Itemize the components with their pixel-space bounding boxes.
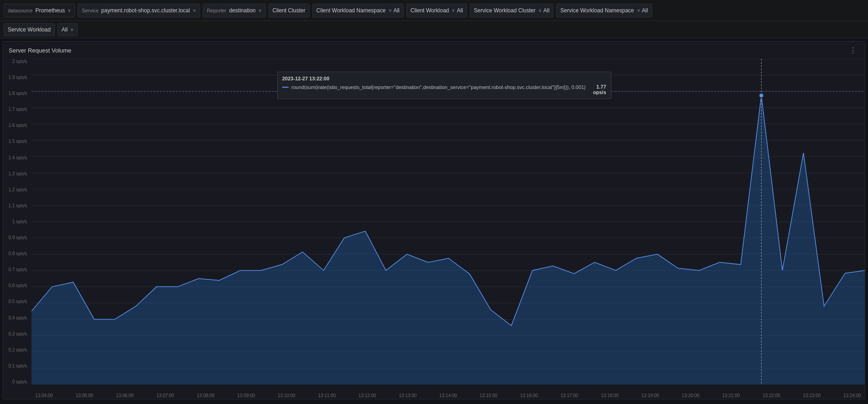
- cw-chevron: ∨: [452, 8, 455, 13]
- client-workload-label: Client Workload: [410, 7, 449, 14]
- y-axis-label: 0.9 ops/s: [5, 235, 30, 240]
- swns-value: All: [642, 7, 648, 14]
- x-axis-label: 13:16:00: [520, 393, 538, 398]
- y-axis-label: 1.6 ops/s: [5, 123, 30, 128]
- y-axis-label: 1 ops/s: [5, 219, 30, 224]
- x-axis-label: 13:06:00: [116, 393, 134, 398]
- chart-area: 2 ops/s1.9 ops/s1.8 ops/s1.7 ops/s1.6 op…: [3, 57, 865, 399]
- service-workload-ns-filter[interactable]: Service Workload Namespace ∨ All: [556, 4, 652, 17]
- x-axis-label: 13:07:00: [157, 393, 174, 398]
- client-workload-filter[interactable]: Client Workload ∨ All: [406, 4, 467, 17]
- x-axis-label: 13:17:00: [561, 393, 579, 398]
- sw-label: Service Workload: [8, 26, 51, 33]
- reporter-chevron: ∨: [258, 8, 262, 13]
- y-axis-label: 0.6 ops/s: [5, 283, 30, 288]
- x-axis-label: 13:20:00: [682, 393, 700, 398]
- service-value: payment.robot-shop.svc.cluster.local: [101, 7, 190, 14]
- client-cluster-filter[interactable]: Client Cluster: [268, 4, 310, 17]
- server-request-volume-panel: Server Request Volume ⋮ 2 ops/s1.9 ops/s…: [3, 41, 865, 399]
- y-axis-label: 1.3 ops/s: [5, 171, 30, 176]
- second-filter-bar: Service Workload All ∨: [0, 21, 868, 38]
- reporter-filter[interactable]: Reporter destination ∨: [203, 4, 266, 17]
- swc-label: Service Workload Cluster: [474, 7, 536, 14]
- y-axis-label: 0 ops/s: [5, 379, 30, 384]
- y-axis-label: 1.4 ops/s: [5, 155, 30, 160]
- cwns-value: All: [394, 7, 400, 14]
- x-axis-label: 13:04:00: [35, 393, 53, 398]
- y-axis-label: 0.3 ops/s: [5, 331, 30, 336]
- y-axis-label: 0.8 ops/s: [5, 251, 30, 256]
- x-axis-label: 13:22:00: [763, 393, 780, 398]
- prometheus-chevron: ∨: [68, 8, 71, 13]
- x-axis-label: 13:11:00: [318, 393, 336, 398]
- y-axis-label: 1.7 ops/s: [5, 107, 30, 112]
- sw-all-chevron: ∨: [70, 27, 74, 32]
- service-label: Service: [82, 8, 99, 13]
- y-axis: 2 ops/s1.9 ops/s1.8 ops/s1.7 ops/s1.6 op…: [3, 57, 32, 384]
- peak-data-point: [759, 93, 763, 98]
- y-axis-label: 0.7 ops/s: [5, 267, 30, 272]
- x-axis-label: 13:09:00: [237, 393, 255, 398]
- chart-svg: [32, 59, 865, 384]
- y-axis-label: 0.2 ops/s: [5, 347, 30, 352]
- x-axis-label: 13:15:00: [480, 393, 498, 398]
- datasource-filter[interactable]: datasource Prometheus ∨: [4, 4, 75, 17]
- service-workload-pill[interactable]: Service Workload: [4, 23, 55, 36]
- swns-chevron: ∨: [637, 8, 640, 13]
- x-axis-label: 13:08:00: [197, 393, 215, 398]
- swc-value: All: [543, 7, 549, 14]
- x-axis-label: 13:05:00: [76, 393, 94, 398]
- datasource-label: datasource: [8, 8, 32, 13]
- x-axis: 13:04:0013:05:0013:06:0013:07:0013:08:00…: [32, 393, 865, 398]
- chart-menu-button[interactable]: ⋮: [847, 45, 859, 56]
- client-workload-ns-label: Client Workload Namespace: [316, 7, 386, 14]
- x-axis-label: 13:12:00: [358, 393, 376, 398]
- swc-chevron: ∨: [538, 8, 542, 13]
- y-axis-label: 0.1 ops/s: [5, 363, 30, 368]
- y-axis-label: 1.9 ops/s: [5, 75, 30, 80]
- x-axis-label: 13:21:00: [722, 393, 740, 398]
- sw-all-pill[interactable]: All ∨: [58, 23, 78, 36]
- service-workload-cluster-filter[interactable]: Service Workload Cluster ∨ All: [470, 4, 554, 17]
- x-axis-label: 13:19:00: [642, 393, 659, 398]
- y-axis-label: 0.5 ops/s: [5, 299, 30, 304]
- cwns-chevron: ∨: [389, 8, 392, 13]
- y-axis-label: 0.4 ops/s: [5, 315, 30, 320]
- x-axis-label: 13:13:00: [399, 393, 417, 398]
- client-workload-ns-filter[interactable]: Client Workload Namespace ∨ All: [312, 4, 404, 17]
- y-axis-label: 1.8 ops/s: [5, 91, 30, 96]
- service-filter[interactable]: Service payment.robot-shop.svc.cluster.l…: [78, 4, 200, 17]
- y-axis-label: 1.5 ops/s: [5, 139, 30, 144]
- x-axis-label: 13:14:00: [439, 393, 457, 398]
- client-cluster-label: Client Cluster: [273, 7, 305, 14]
- y-axis-label: 1.2 ops/s: [5, 187, 30, 192]
- service-chevron: ∨: [193, 8, 196, 13]
- reporter-label: Reporter: [207, 8, 226, 13]
- swns-label: Service Workload Namespace: [560, 7, 634, 14]
- x-axis-label: 13:18:00: [601, 393, 619, 398]
- x-axis-label: 13:24:00: [843, 393, 861, 398]
- x-axis-label: 13:23:00: [803, 393, 821, 398]
- y-axis-label: 2 ops/s: [5, 59, 30, 64]
- chart-title: Server Request Volume: [9, 47, 71, 54]
- x-axis-label: 13:10:00: [278, 393, 295, 398]
- top-filter-bar: datasource Prometheus ∨ Service payment.…: [0, 0, 868, 21]
- sw-all-label: All: [62, 26, 68, 33]
- chart-area-fill: [32, 95, 865, 384]
- chart-header: Server Request Volume ⋮: [3, 42, 865, 57]
- prometheus-value: Prometheus: [35, 7, 65, 14]
- cw-value: All: [457, 7, 463, 14]
- y-axis-label: 1.1 ops/s: [5, 203, 30, 208]
- reporter-value: destination: [229, 7, 256, 14]
